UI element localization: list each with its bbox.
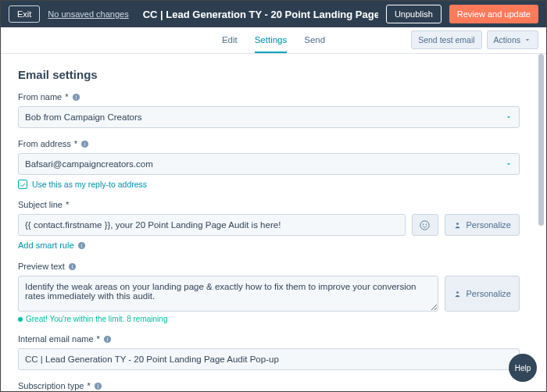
svg-text:i: i <box>107 336 108 341</box>
settings-scroll[interactable]: Email settings From name* i Bob from Cam… <box>1 54 537 391</box>
svg-point-7 <box>456 223 459 225</box>
subject-input[interactable] <box>18 214 406 236</box>
check-icon <box>20 181 27 188</box>
svg-text:i: i <box>84 141 85 146</box>
svg-text:i: i <box>75 94 76 99</box>
subject-personalize-button[interactable]: Personalize <box>445 214 520 236</box>
info-icon[interactable]: i <box>68 262 77 271</box>
subject-label: Subject line <box>18 200 63 209</box>
from-name-select[interactable]: Bob from Campaign Creators <box>18 106 520 128</box>
preview-textarea[interactable]: Identify the weak areas on your landing … <box>18 276 438 312</box>
chevron-down-icon <box>524 36 531 44</box>
help-button[interactable]: Help <box>509 354 537 382</box>
person-icon <box>453 221 462 230</box>
info-icon[interactable]: i <box>103 335 112 344</box>
personalize-label: Personalize <box>467 220 511 230</box>
field-subject: Subject line* Personalize Add smart rule… <box>18 200 520 251</box>
from-address-label: From address <box>18 139 71 148</box>
tabs-row: Edit Settings Send Send test email Actio… <box>1 27 546 54</box>
chevron-down-icon <box>505 113 513 121</box>
field-from-name: From name* i Bob from Campaign Creators <box>18 92 520 128</box>
field-subscription: Subscription type* i Webinars & Premium … <box>18 381 520 391</box>
section-heading: Email settings <box>18 68 520 81</box>
field-internal-name: Internal email name* i <box>18 334 520 370</box>
info-icon[interactable]: i <box>94 382 102 390</box>
chevron-down-icon <box>505 160 513 168</box>
unsaved-status[interactable]: No unsaved changes <box>48 9 128 19</box>
tab-send[interactable]: Send <box>304 27 325 53</box>
preview-hint: Great! You're within the limit. 8 remain… <box>18 315 520 323</box>
info-icon: i <box>77 241 86 250</box>
svg-text:i: i <box>97 383 98 388</box>
page-title: CC | Lead Generation TY - 20 Point Landi… <box>143 9 378 20</box>
tab-edit[interactable]: Edit <box>222 27 238 53</box>
preview-label: Preview text <box>18 262 65 271</box>
send-test-email-button[interactable]: Send test email <box>411 30 481 49</box>
svg-text:i: i <box>72 263 73 269</box>
internal-name-input[interactable] <box>18 348 520 370</box>
review-update-button[interactable]: Review and update <box>449 5 538 23</box>
person-icon <box>453 290 462 298</box>
svg-point-12 <box>456 291 459 294</box>
svg-point-6 <box>426 223 427 225</box>
field-preview: Preview text i Identify the weak areas o… <box>18 262 520 323</box>
internal-label: Internal email name <box>18 334 94 344</box>
svg-point-4 <box>420 220 429 229</box>
from-address-value: Bafsari@campaigncreators.com <box>25 159 153 169</box>
unpublish-button[interactable]: Unpublish <box>386 5 442 23</box>
svg-point-5 <box>423 223 424 225</box>
scrollbar-track[interactable] <box>538 54 544 387</box>
smile-icon <box>419 219 431 231</box>
actions-label: Actions <box>494 35 520 45</box>
exit-button[interactable]: Exit <box>9 5 40 23</box>
actions-dropdown[interactable]: Actions <box>487 30 538 49</box>
preview-personalize-button[interactable]: Personalize <box>445 276 520 312</box>
tab-settings[interactable]: Settings <box>255 27 288 53</box>
personalize-label: Personalize <box>467 289 511 298</box>
reply-to-checkbox-row[interactable]: Use this as my reply-to address <box>18 180 520 189</box>
scrollbar-thumb[interactable] <box>538 54 544 226</box>
info-icon[interactable]: i <box>72 93 80 102</box>
from-address-select[interactable]: Bafsari@campaigncreators.com <box>18 153 520 175</box>
top-bar: Exit No unsaved changes CC | Lead Genera… <box>1 1 546 27</box>
emoji-button[interactable] <box>412 214 438 236</box>
field-from-address: From address* i Bafsari@campaigncreators… <box>18 139 520 189</box>
info-icon[interactable]: i <box>80 140 89 148</box>
subscription-label: Subscription type <box>18 381 84 390</box>
svg-text:i: i <box>80 242 81 248</box>
page-title-text: CC | Lead Generation TY - 20 Point Landi… <box>143 9 378 20</box>
from-name-value: Bob from Campaign Creators <box>25 112 142 122</box>
add-smart-rule-link[interactable]: Add smart rule i <box>18 241 86 250</box>
reply-to-label: Use this as my reply-to address <box>32 180 147 189</box>
from-name-label: From name <box>18 92 62 102</box>
reply-to-checkbox[interactable] <box>18 180 27 189</box>
